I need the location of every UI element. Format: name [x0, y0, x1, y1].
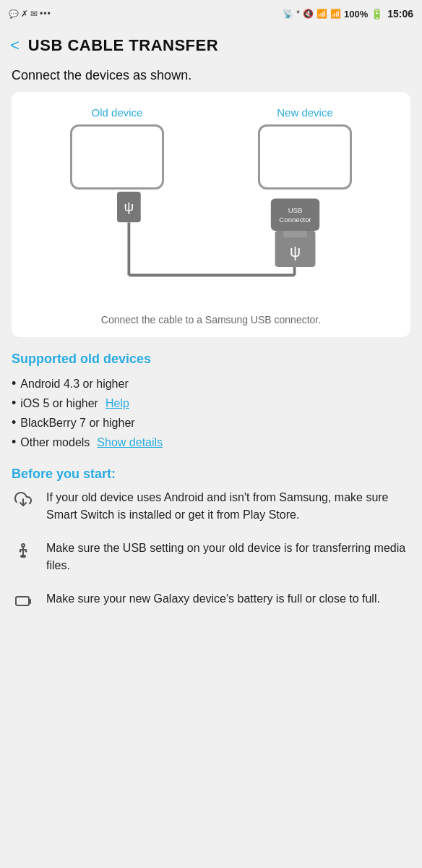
show-details-link[interactable]: Show details [97, 436, 163, 449]
battery-percent: 100% [344, 9, 368, 20]
android-item-text: Android 4.3 or higher [20, 378, 128, 391]
chat-icon: 💬 [9, 9, 19, 19]
status-bar: 💬 ✗ ✉ ••• 📡 * 🔇 📶 📶 100% 🔋 15:06 [0, 0, 422, 26]
bluetooth-icon: * [296, 9, 300, 19]
tip-text-3: Make sure your new Galaxy device's batte… [46, 590, 380, 608]
connect-instruction: Connect the devices as shown. [12, 68, 410, 83]
cable-svg: ψ USB Connector ψ [23, 190, 399, 305]
missed-call-icon: ✗ [21, 9, 28, 19]
supported-title: Supported old devices [12, 352, 410, 367]
sound-icon: 🔇 [303, 9, 314, 19]
tip-text-1: If your old device uses Android and isn'… [46, 489, 410, 524]
svg-text:USB: USB [288, 206, 303, 214]
supported-list: Android 4.3 or higher iOS 5 or higher He… [12, 374, 410, 452]
cast-icon: 📡 [283, 9, 293, 19]
svg-text:ψ: ψ [124, 199, 134, 214]
list-item: BlackBerry 7 or higher [12, 413, 410, 433]
other-models-text: Other models [20, 436, 90, 449]
tip-item-1: If your old device uses Android and isn'… [12, 489, 410, 524]
cable-diagram: ψ USB Connector ψ [23, 190, 399, 305]
download-icon [12, 490, 35, 508]
status-right: 📡 * 🔇 📶 📶 100% 🔋 15:06 [283, 8, 413, 20]
new-device-label: New device [277, 106, 333, 119]
email-icon: ✉ [30, 9, 38, 19]
svg-point-13 [20, 550, 22, 553]
wifi-icon: 📶 [316, 9, 327, 19]
svg-rect-17 [16, 597, 29, 605]
list-item: iOS 5 or higher Help [12, 393, 410, 413]
tip-item-3: Make sure your new Galaxy device's batte… [12, 590, 410, 609]
page-title: USB CABLE TRANSFER [28, 36, 218, 55]
diagram-caption: Connect the cable to a Samsung USB conne… [23, 314, 399, 326]
old-phone-shape [70, 124, 164, 190]
diagram-card: Old device New device ψ USB [12, 92, 410, 337]
battery-tip-icon [12, 592, 35, 609]
tip-text-2: Make sure the USB setting on your old de… [46, 540, 410, 574]
more-icons: ••• [40, 9, 51, 19]
svg-rect-9 [283, 231, 307, 238]
before-section: Before you start: If your old device use… [12, 467, 410, 609]
help-link[interactable]: Help [106, 397, 129, 410]
svg-text:ψ: ψ [290, 243, 301, 260]
tip-item-2: Make sure the USB setting on your old de… [12, 540, 410, 574]
new-device-col: New device [258, 106, 352, 190]
svg-rect-5 [271, 199, 319, 231]
old-device-col: Old device [70, 106, 164, 190]
ios-item-text: iOS 5 or higher [20, 397, 98, 410]
supported-section: Supported old devices Android 4.3 or hig… [12, 352, 410, 452]
list-item: Android 4.3 or higher [12, 374, 410, 393]
old-device-label: Old device [92, 106, 143, 119]
blackberry-item-text: BlackBerry 7 or higher [20, 417, 134, 430]
svg-text:Connector: Connector [279, 216, 311, 224]
header: < USB CABLE TRANSFER [0, 26, 422, 68]
back-button[interactable]: < [7, 33, 22, 58]
signal-icon: 📶 [330, 9, 341, 19]
svg-point-14 [25, 550, 27, 553]
new-phone-shape [258, 124, 352, 190]
before-title: Before you start: [12, 467, 410, 482]
status-icons: 💬 ✗ ✉ ••• [9, 9, 51, 19]
main-content: Connect the devices as shown. Old device… [0, 68, 422, 639]
battery-icon: 🔋 [371, 8, 383, 20]
svg-rect-16 [21, 556, 25, 557]
list-item: Other models Show details [12, 433, 410, 452]
time-display: 15:06 [387, 8, 413, 20]
usb-icon [12, 541, 35, 558]
